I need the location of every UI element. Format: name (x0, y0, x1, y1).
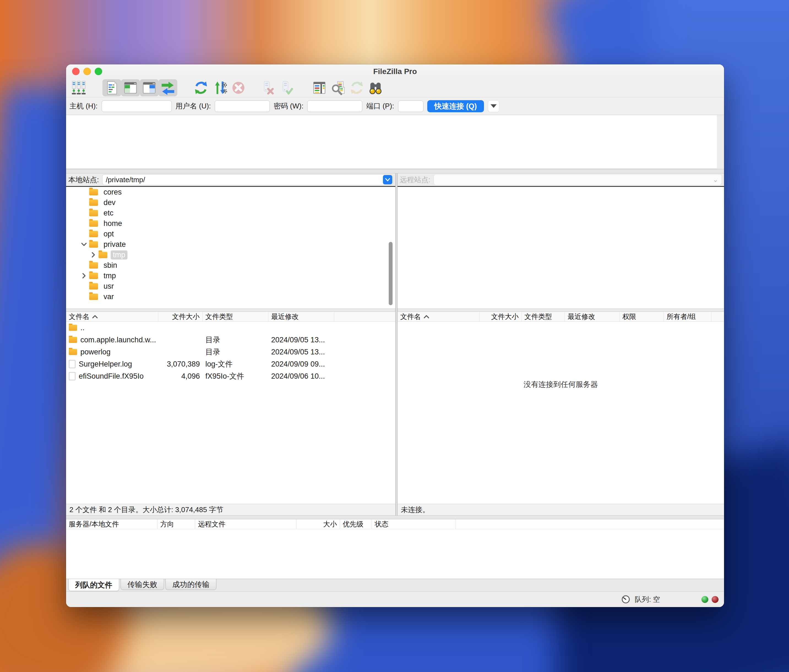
compare-icon (331, 80, 345, 95)
synchronized-browsing-button (347, 79, 366, 96)
tree-item-var[interactable]: var (66, 291, 395, 302)
password-label: 密码 (W): (274, 101, 303, 111)
remote-site-bar: 远程站点: ⌄ (398, 173, 724, 186)
column-header-remotefile[interactable]: 远程文件 (195, 519, 297, 529)
local-directory-tree[interactable]: cores dev etc home opt (66, 186, 395, 308)
file-panes: 本地站点: cores dev (66, 173, 724, 516)
column-header-filesize[interactable]: 文件大小 (158, 312, 203, 321)
directory-comparison-button[interactable] (329, 79, 347, 96)
filename-filters-button[interactable] (310, 79, 329, 96)
column-header-server-localfile[interactable]: 服务器/本地文件 (66, 519, 158, 529)
horizontal-splitter-bottom[interactable] (66, 516, 724, 519)
local-site-dropdown-button[interactable] (383, 175, 392, 184)
reconnect-button (277, 79, 295, 96)
find-files-button[interactable] (366, 79, 385, 96)
remote-directory-tree[interactable] (398, 186, 724, 308)
transfer-queue-icon (160, 80, 176, 95)
horizontal-splitter-top[interactable] (66, 169, 724, 173)
remote-site-combobox: ⌄ (434, 174, 722, 185)
chevron-down-icon (385, 178, 390, 182)
local-site-path-input[interactable] (103, 176, 383, 184)
expander-open[interactable] (79, 243, 89, 246)
tree-item-opt[interactable]: opt (66, 229, 395, 239)
message-log[interactable] (66, 115, 717, 169)
folder-icon (89, 294, 98, 300)
column-header-filename[interactable]: 文件名 (66, 312, 158, 321)
folder-icon (69, 349, 77, 355)
column-header-filetype[interactable]: 文件类型 (522, 312, 565, 321)
password-input[interactable] (307, 101, 362, 112)
local-file-list[interactable]: .. com.apple.launchd.w... 目录 2024/09/05 … (66, 322, 395, 504)
column-header-modified[interactable]: 最近修改 (268, 312, 334, 321)
process-queue-button[interactable] (210, 79, 229, 96)
file-row-com-apple-launchd[interactable]: com.apple.launchd.w... 目录 2024/09/05 13.… (66, 334, 395, 346)
port-input[interactable] (398, 101, 423, 112)
tree-item-cores[interactable]: cores (66, 187, 395, 197)
close-button[interactable] (72, 68, 80, 75)
port-label: 端口 (P): (366, 101, 394, 111)
folder-icon (89, 273, 98, 279)
username-input[interactable] (215, 101, 270, 112)
tree-item-usr[interactable]: usr (66, 281, 395, 291)
toggle-local-tree-button[interactable] (121, 79, 140, 96)
refresh-icon (193, 80, 208, 95)
local-tree-icon (123, 80, 138, 95)
tree-item-private-tmp[interactable]: tmp (66, 250, 395, 260)
tree-item-dev[interactable]: dev (66, 197, 395, 208)
column-header-size[interactable]: 大小 (297, 519, 340, 529)
folder-icon (89, 220, 98, 227)
column-header-owner-group[interactable]: 所有者/组 (664, 312, 711, 321)
tree-item-tmp[interactable]: tmp (66, 270, 395, 281)
site-manager-button[interactable] (69, 79, 88, 96)
process-queue-icon (212, 80, 227, 95)
tab-successful-transfers[interactable]: 成功的传输 (165, 579, 216, 590)
zoom-button[interactable] (95, 68, 102, 75)
host-label: 主机 (H): (69, 101, 98, 111)
file-row-surgehelper-log[interactable]: SurgeHelper.log 3,070,389 log-文件 2024/09… (66, 358, 395, 370)
local-site-label: 本地站点: (68, 175, 99, 185)
expander-closed[interactable] (79, 273, 89, 279)
local-pane: 本地站点: cores dev (66, 173, 395, 516)
column-header-filesize[interactable]: 文件大小 (479, 312, 522, 321)
expander-closed[interactable] (88, 252, 99, 258)
quickconnect-dropdown-button[interactable] (488, 100, 499, 112)
column-header-modified[interactable]: 最近修改 (565, 312, 620, 321)
tab-queued-files[interactable]: 列队的文件 (68, 579, 119, 591)
file-row-powerlog[interactable]: powerlog 目录 2024/09/05 13... (66, 346, 395, 358)
tree-item-private[interactable]: private (66, 239, 395, 250)
file-row-parent[interactable]: .. (66, 322, 395, 334)
remote-status-text: 未连接。 (398, 504, 724, 516)
tree-item-etc[interactable]: etc (66, 208, 395, 218)
title-bar[interactable]: FileZilla Pro (66, 64, 724, 78)
column-header-permissions[interactable]: 权限 (620, 312, 664, 321)
minimize-button[interactable] (83, 68, 91, 75)
toggle-remote-tree-button[interactable] (140, 79, 158, 96)
column-header-status[interactable]: 状态 (372, 519, 456, 529)
column-header-filetype[interactable]: 文件类型 (203, 312, 268, 321)
column-header-priority[interactable]: 优先级 (340, 519, 372, 529)
toggle-message-log-button[interactable] (102, 79, 121, 96)
tree-item-home[interactable]: home (66, 218, 395, 229)
refresh-button[interactable] (192, 79, 210, 96)
filezilla-window: FileZilla Pro (66, 64, 724, 607)
tree-list-splitter[interactable] (398, 308, 724, 312)
host-input[interactable] (102, 101, 172, 112)
quickconnect-bar: 主机 (H): 用户名 (U): 密码 (W): 端口 (P): 快速连接 (Q… (66, 97, 724, 115)
tab-failed-transfers[interactable]: 传输失败 (121, 579, 164, 590)
tree-scrollbar[interactable] (389, 242, 393, 305)
led-green-indicator (701, 596, 708, 603)
tree-list-splitter[interactable] (66, 308, 395, 312)
vertical-splitter[interactable] (395, 173, 398, 516)
remote-file-list[interactable]: 没有连接到任何服务器 (398, 322, 724, 504)
local-site-bar: 本地站点: (66, 173, 395, 186)
local-site-combobox[interactable] (102, 174, 393, 185)
quickconnect-button[interactable]: 快速连接 (Q) (427, 100, 484, 112)
file-row-efisoundfile[interactable]: efiSoundFile.fX95Io 4,096 fX95Io-文件 2024… (66, 370, 395, 382)
tree-item-sbin[interactable]: sbin (66, 260, 395, 270)
queue-list[interactable] (66, 529, 724, 579)
column-header-filename[interactable]: 文件名 (398, 312, 479, 321)
column-header-direction[interactable]: 方向 (158, 519, 195, 529)
toggle-transfer-queue-button[interactable] (158, 79, 177, 96)
file-icon (69, 372, 75, 380)
reconnect-icon (279, 80, 294, 95)
